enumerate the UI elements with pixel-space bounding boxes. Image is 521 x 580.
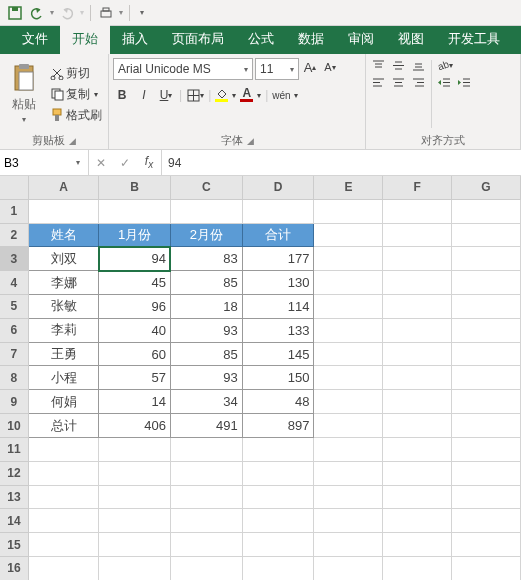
cell[interactable] — [314, 342, 383, 366]
cell[interactable] — [242, 533, 314, 557]
cell[interactable]: 李莉 — [28, 318, 98, 342]
cell[interactable] — [170, 533, 242, 557]
cell[interactable] — [383, 318, 452, 342]
cancel-icon[interactable]: ✕ — [89, 156, 113, 170]
cell[interactable] — [28, 461, 98, 485]
cell[interactable] — [451, 199, 520, 223]
cell[interactable] — [314, 390, 383, 414]
bold-button[interactable]: B — [113, 86, 131, 104]
cell[interactable]: 李娜 — [28, 271, 98, 295]
cell[interactable]: 何娟 — [28, 390, 98, 414]
select-all-corner[interactable] — [0, 176, 28, 199]
cell[interactable]: 60 — [99, 342, 171, 366]
cell[interactable]: 93 — [170, 318, 242, 342]
cell[interactable] — [451, 223, 520, 247]
name-box[interactable]: ▾ — [0, 150, 89, 175]
cell[interactable]: 刘双 — [28, 247, 98, 271]
cell[interactable]: 45 — [99, 271, 171, 295]
cell[interactable] — [28, 509, 98, 533]
cell[interactable] — [451, 342, 520, 366]
cell[interactable]: 1月份 — [99, 223, 171, 247]
align-middle-icon[interactable] — [390, 58, 407, 72]
tab-file[interactable]: 文件 — [10, 24, 60, 54]
save-icon[interactable] — [6, 4, 24, 22]
row-header[interactable]: 10 — [0, 414, 28, 438]
align-top-icon[interactable] — [370, 58, 387, 72]
cell[interactable] — [99, 556, 171, 580]
cell[interactable]: 83 — [170, 247, 242, 271]
cell[interactable] — [451, 271, 520, 295]
paste-button[interactable]: 粘贴 ▾ — [4, 56, 44, 132]
cell[interactable]: 18 — [170, 295, 242, 319]
cell[interactable]: 总计 — [28, 414, 98, 438]
cell[interactable]: 114 — [242, 295, 314, 319]
cell[interactable] — [451, 437, 520, 461]
column-header[interactable]: E — [314, 176, 383, 199]
font-dialog-icon[interactable]: ◢ — [247, 136, 254, 146]
cell[interactable] — [99, 509, 171, 533]
cell[interactable]: 96 — [99, 295, 171, 319]
tab-home[interactable]: 开始 — [60, 24, 110, 54]
column-header[interactable]: F — [383, 176, 452, 199]
column-header[interactable]: D — [242, 176, 314, 199]
cell[interactable]: 93 — [170, 366, 242, 390]
cell[interactable] — [99, 461, 171, 485]
cell[interactable] — [242, 556, 314, 580]
row-header[interactable]: 4 — [0, 271, 28, 295]
fx-icon[interactable]: fx — [137, 154, 161, 170]
cell[interactable] — [28, 485, 98, 509]
cell[interactable]: 491 — [170, 414, 242, 438]
cell[interactable] — [170, 556, 242, 580]
row-header[interactable]: 16 — [0, 556, 28, 580]
tab-developer[interactable]: 开发工具 — [436, 24, 512, 54]
font-name-combo[interactable]: Arial Unicode MS▾ — [113, 58, 253, 80]
row-header[interactable]: 8 — [0, 366, 28, 390]
cell[interactable]: 94 — [99, 247, 171, 271]
row-header[interactable]: 11 — [0, 437, 28, 461]
row-header[interactable]: 2 — [0, 223, 28, 247]
cell[interactable] — [383, 247, 452, 271]
copy-button[interactable]: 复制▾ — [48, 85, 104, 104]
row-header[interactable]: 13 — [0, 485, 28, 509]
qat-customize-icon[interactable]: ▾ — [136, 8, 148, 17]
clipboard-dialog-icon[interactable]: ◢ — [69, 136, 76, 146]
row-header[interactable]: 7 — [0, 342, 28, 366]
cell[interactable] — [314, 437, 383, 461]
cell[interactable] — [383, 295, 452, 319]
cell[interactable] — [99, 199, 171, 223]
cell[interactable] — [242, 437, 314, 461]
row-header[interactable]: 3 — [0, 247, 28, 271]
column-header[interactable]: G — [451, 176, 520, 199]
cell[interactable] — [314, 318, 383, 342]
name-box-dropdown-icon[interactable]: ▾ — [72, 158, 84, 167]
underline-button[interactable]: U▾ — [157, 86, 175, 104]
cell[interactable]: 小程 — [28, 366, 98, 390]
align-left-icon[interactable] — [370, 75, 387, 89]
cell[interactable] — [383, 509, 452, 533]
cell[interactable] — [451, 556, 520, 580]
cell[interactable] — [451, 533, 520, 557]
cell[interactable] — [242, 199, 314, 223]
decrease-indent-icon[interactable] — [436, 75, 453, 89]
row-header[interactable]: 1 — [0, 199, 28, 223]
cell[interactable] — [383, 390, 452, 414]
phonetic-button[interactable]: wén — [272, 86, 290, 104]
cell[interactable] — [383, 533, 452, 557]
row-header[interactable]: 14 — [0, 509, 28, 533]
cell[interactable] — [383, 342, 452, 366]
format-painter-button[interactable]: 格式刷 — [48, 106, 104, 125]
cell[interactable] — [314, 295, 383, 319]
cell[interactable] — [451, 461, 520, 485]
redo-icon[interactable] — [58, 4, 76, 22]
italic-button[interactable]: I — [135, 86, 153, 104]
cell[interactable] — [170, 485, 242, 509]
increase-indent-icon[interactable] — [456, 75, 473, 89]
cell[interactable] — [383, 271, 452, 295]
row-header[interactable]: 9 — [0, 390, 28, 414]
cell[interactable] — [383, 461, 452, 485]
column-header[interactable]: C — [170, 176, 242, 199]
cell[interactable] — [451, 318, 520, 342]
tab-page-layout[interactable]: 页面布局 — [160, 24, 236, 54]
cell[interactable]: 张敏 — [28, 295, 98, 319]
cell[interactable] — [314, 223, 383, 247]
